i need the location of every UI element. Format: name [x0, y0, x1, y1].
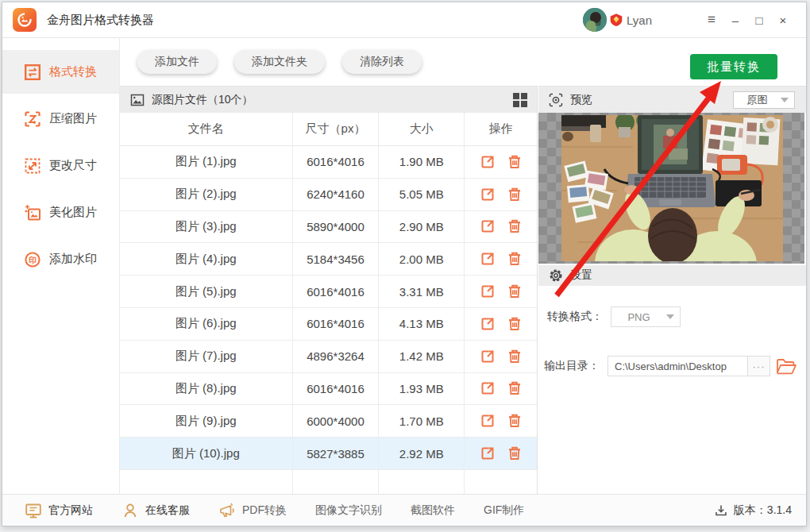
- add-file-button[interactable]: 添加文件: [137, 50, 217, 74]
- open-file-icon[interactable]: [480, 251, 496, 267]
- table-row[interactable]: 图片 (5).jpg6016*40163.31 MB: [120, 276, 537, 308]
- sidebar-item-label: 美化图片: [49, 205, 97, 220]
- convert-icon: [24, 64, 41, 81]
- output-label: 输出目录：: [544, 359, 600, 373]
- preview-mode-dropdown[interactable]: 原图: [733, 91, 795, 109]
- file-actions: [465, 405, 537, 437]
- clear-list-button[interactable]: 清除列表: [342, 50, 422, 74]
- sidebar-item-add-watermark[interactable]: 印添加水印: [2, 237, 119, 281]
- open-file-icon[interactable]: [480, 413, 496, 429]
- compress-icon: [24, 110, 41, 128]
- format-value: PNG: [611, 311, 666, 323]
- delete-file-icon[interactable]: [507, 445, 523, 461]
- open-folder-icon[interactable]: [775, 356, 797, 376]
- window-close-icon[interactable]: ×: [771, 8, 795, 32]
- file-size: 2.00 MB: [379, 243, 465, 275]
- footer-link[interactable]: 截图软件: [411, 503, 455, 518]
- sidebar-item-label: 压缩图片: [49, 111, 97, 126]
- svg-text:印: 印: [29, 255, 37, 264]
- footer-link-label: 官方网站: [48, 503, 93, 518]
- window-menu-icon[interactable]: ≡: [700, 8, 723, 32]
- preview-canvas: [538, 113, 804, 264]
- table-row[interactable]: 图片 (1).jpg6016*40161.90 MB: [120, 146, 537, 179]
- table-row[interactable]: 图片 (4).jpg5184*34562.00 MB: [120, 243, 537, 276]
- file-dimensions: 6240*4160: [293, 179, 380, 210]
- table-row[interactable]: 图片 (3).jpg5890*40002.90 MB: [120, 211, 537, 244]
- table-row[interactable]: 图片 (10).jpg5827*38852.92 MB: [120, 438, 537, 470]
- file-dimensions: 5890*4000: [293, 211, 380, 243]
- sidebar-item-format-convert[interactable]: 格式转换: [2, 50, 119, 94]
- sidebar-item-beautify-image[interactable]: 美化图片: [2, 191, 119, 234]
- table-row[interactable]: 图片 (7).jpg4896*32641.42 MB: [120, 341, 537, 373]
- open-file-icon[interactable]: [480, 187, 496, 202]
- table-row[interactable]: 图片 (2).jpg6240*41605.05 MB: [120, 179, 537, 211]
- open-file-icon[interactable]: [480, 445, 496, 461]
- sidebar-item-compress-image[interactable]: 压缩图片: [2, 97, 119, 141]
- footer-link[interactable]: PDF转换: [218, 502, 287, 519]
- sidebar-item-label: 添加水印: [49, 252, 97, 267]
- file-size: 4.13 MB: [379, 308, 465, 340]
- footer-link[interactable]: 在线客服: [122, 502, 190, 519]
- file-list-panel: 源图片文件（10个） 文件名尺寸（px）大小操作 图片 (1).jpg6016*…: [120, 86, 538, 494]
- file-size: 5.05 MB: [379, 179, 465, 210]
- file-dimensions: 5184*3456: [293, 243, 380, 275]
- table-row[interactable]: 图片 (6).jpg6016*40164.13 MB: [120, 308, 537, 341]
- open-file-icon[interactable]: [480, 380, 496, 396]
- file-name: 图片 (5).jpg: [120, 276, 293, 307]
- file-actions: [465, 438, 537, 469]
- file-size: 3.31 MB: [379, 276, 465, 307]
- batch-convert-button[interactable]: 批量转换: [690, 54, 777, 79]
- toolbar: 添加文件 添加文件夹 清除列表 批量转换: [120, 38, 806, 86]
- footer-link-label: 截图软件: [411, 503, 455, 518]
- delete-file-icon[interactable]: [507, 413, 523, 429]
- beautify-icon: [24, 204, 41, 222]
- window-maximize-icon[interactable]: □: [747, 8, 771, 32]
- sidebar-item-resize-image[interactable]: 更改尺寸: [2, 144, 119, 187]
- format-dropdown[interactable]: PNG: [611, 306, 681, 327]
- footer-link[interactable]: GIF制作: [484, 503, 524, 518]
- user-avatar[interactable]: [583, 8, 607, 32]
- file-dimensions: 6016*4016: [293, 276, 380, 307]
- app-title: 金舟图片格式转换器: [47, 13, 154, 28]
- open-file-icon[interactable]: [480, 154, 496, 170]
- output-directory-field[interactable]: C:\Users\admin\Desktop ···: [608, 356, 770, 376]
- open-file-icon[interactable]: [480, 316, 496, 332]
- delete-file-icon[interactable]: [507, 218, 523, 234]
- delete-file-icon[interactable]: [507, 251, 523, 267]
- delete-file-icon[interactable]: [507, 380, 523, 396]
- preview-header: 预览 原图: [538, 87, 806, 113]
- open-file-icon[interactable]: [480, 218, 496, 234]
- grid-view-icon[interactable]: [513, 93, 527, 107]
- delete-file-icon[interactable]: [507, 187, 523, 202]
- file-dimensions: 6016*4016: [293, 146, 380, 178]
- table-row[interactable]: 图片 (8).jpg6016*40161.93 MB: [120, 373, 537, 406]
- vip-badge-icon: [609, 13, 623, 27]
- footer-link[interactable]: 官方网站: [25, 502, 93, 519]
- format-row: 转换格式： PNG: [538, 306, 806, 327]
- file-name: 图片 (1).jpg: [120, 146, 293, 178]
- open-file-icon[interactable]: [480, 283, 496, 299]
- file-actions: [465, 341, 537, 372]
- open-file-icon[interactable]: [480, 349, 496, 364]
- settings-title: 设置: [570, 268, 592, 283]
- table-row[interactable]: 图片 (9).jpg6000*40001.70 MB: [120, 405, 537, 438]
- file-name: 图片 (2).jpg: [120, 179, 293, 210]
- output-directory-value: C:\Users\admin\Desktop: [608, 360, 747, 372]
- delete-file-icon[interactable]: [507, 349, 523, 364]
- file-dimensions: 5827*3885: [293, 438, 380, 469]
- user-name[interactable]: Lyan: [627, 13, 652, 27]
- delete-file-icon[interactable]: [507, 316, 523, 332]
- sidebar: 格式转换压缩图片更改尺寸美化图片印添加水印: [2, 38, 120, 494]
- window-minimize-icon[interactable]: –: [723, 8, 747, 32]
- delete-file-icon[interactable]: [507, 154, 523, 170]
- add-folder-button[interactable]: 添加文件夹: [234, 50, 325, 74]
- app-logo-icon: [13, 8, 37, 32]
- file-dimensions: 6016*4016: [293, 308, 380, 340]
- browse-more-button[interactable]: ···: [747, 357, 770, 376]
- file-list-header: 源图片文件（10个）: [120, 87, 537, 113]
- footer-link[interactable]: 图像文字识别: [315, 503, 382, 518]
- delete-file-icon[interactable]: [507, 283, 523, 299]
- footer-bar: 官方网站在线客服PDF转换图像文字识别截图软件GIF制作 版本：3.1.4: [2, 494, 806, 526]
- file-dimensions: 6000*4000: [293, 405, 380, 437]
- file-actions: [465, 276, 537, 307]
